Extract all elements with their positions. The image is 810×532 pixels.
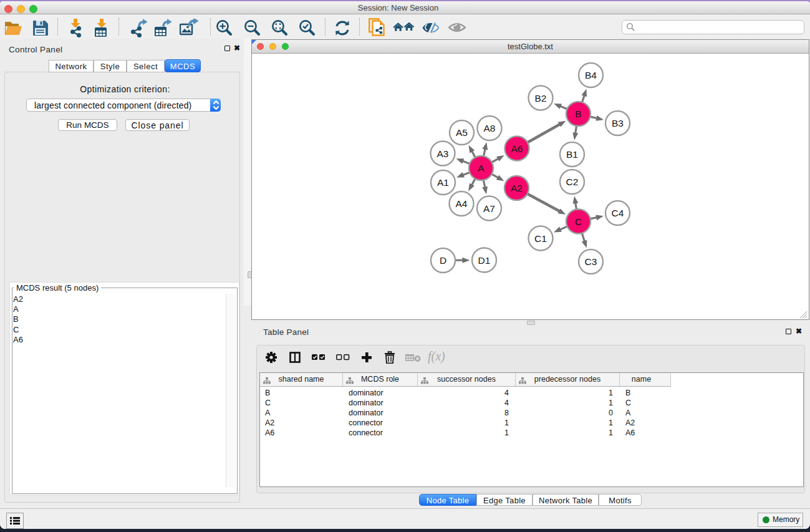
svg-text:C3: C3: [585, 256, 597, 267]
svg-text:B4: B4: [585, 70, 597, 80]
svg-text:C2: C2: [566, 177, 579, 187]
svg-text:D1: D1: [478, 255, 491, 266]
svg-text:A2: A2: [511, 183, 523, 193]
svg-text:A8: A8: [484, 123, 496, 133]
svg-text:A5: A5: [456, 127, 468, 138]
svg-text:D: D: [440, 255, 446, 266]
svg-text:A1: A1: [437, 177, 449, 188]
svg-text:A7: A7: [483, 203, 495, 214]
svg-text:C: C: [575, 216, 582, 227]
svg-text:A: A: [478, 163, 485, 173]
svg-text:B1: B1: [566, 149, 578, 160]
svg-text:B2: B2: [535, 93, 547, 104]
svg-text:A4: A4: [456, 198, 468, 209]
svg-text:B3: B3: [612, 118, 624, 128]
svg-text:A6: A6: [511, 143, 523, 154]
svg-text:B: B: [575, 109, 581, 119]
svg-text:C4: C4: [612, 208, 624, 218]
svg-text:C1: C1: [534, 233, 547, 244]
svg-text:A3: A3: [437, 148, 449, 159]
